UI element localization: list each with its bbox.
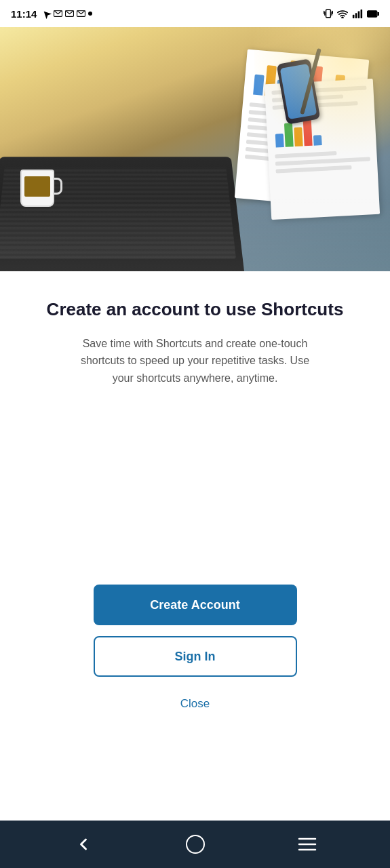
svg-rect-11 — [358, 11, 360, 18]
email-3-icon — [77, 10, 85, 17]
wifi-icon — [337, 9, 348, 18]
nav-menu-button[interactable] — [292, 829, 322, 859]
status-left: 11:14 — [11, 8, 92, 20]
bottom-spacer — [0, 724, 390, 821]
buttons-section: Create Account Sign In Close — [0, 571, 390, 724]
hero-image — [0, 27, 390, 271]
close-button[interactable]: Close — [167, 690, 223, 717]
notification-dot — [88, 12, 92, 16]
bottom-nav — [0, 821, 390, 868]
menu-icon — [298, 837, 317, 852]
email-2-icon — [65, 10, 74, 17]
status-bar: 11:14 — [0, 0, 390, 27]
email-1-icon — [54, 10, 62, 17]
main-content: Create an account to use Shortcuts Save … — [0, 271, 390, 571]
sign-in-button[interactable]: Sign In — [94, 636, 297, 677]
status-time: 11:14 — [11, 8, 37, 20]
status-icons-left — [42, 9, 92, 18]
location-icon — [41, 7, 53, 20]
back-icon — [74, 835, 93, 854]
main-description: Save time with Shortcuts and create one-… — [80, 335, 311, 387]
svg-rect-14 — [368, 11, 376, 16]
create-account-button[interactable]: Create Account — [94, 585, 297, 625]
nav-back-button[interactable] — [69, 829, 98, 859]
hero-scene — [0, 27, 390, 271]
battery-icon — [367, 9, 379, 18]
svg-rect-3 — [326, 9, 331, 17]
status-right — [324, 8, 379, 19]
hero-overlay — [0, 27, 390, 271]
svg-rect-9 — [353, 14, 355, 18]
svg-rect-12 — [361, 9, 363, 18]
main-headline: Create an account to use Shortcuts — [47, 298, 344, 321]
nav-home-button[interactable] — [180, 829, 210, 859]
svg-point-8 — [342, 17, 343, 18]
home-circle-icon — [186, 835, 205, 854]
vibrate-icon — [324, 8, 333, 19]
svg-rect-10 — [355, 13, 357, 18]
signal-icon — [352, 9, 363, 18]
